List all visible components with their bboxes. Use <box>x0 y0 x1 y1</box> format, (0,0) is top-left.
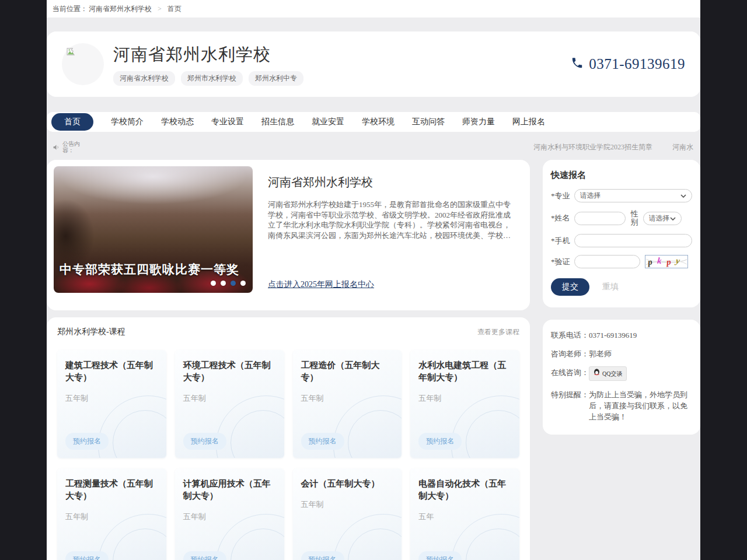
course-card[interactable]: 会计（五年制大专） 五年制 预约报名 <box>293 468 402 560</box>
alias-tag: 郑州水利中专 <box>249 71 303 86</box>
course-duration: 五年制 <box>301 393 394 404</box>
nav-item-faculty[interactable]: 师资力量 <box>454 114 503 130</box>
slide-caption: 中专部荣获五四歌咏比赛一等奖 <box>60 261 249 278</box>
chevron-down-icon <box>680 191 686 200</box>
name-label: *姓名 <box>551 213 570 223</box>
nav-item-campus[interactable]: 学校环境 <box>354 114 403 130</box>
enroll-button[interactable]: 预约报名 <box>301 551 344 560</box>
course-card[interactable]: 计算机应用技术（五年制大专） 五年制 预约报名 <box>175 468 284 560</box>
phone-number: 0371-69139619 <box>589 56 685 72</box>
intro-card: 中专部荣获五四歌咏比赛一等奖 河南省郑州水利学校 河南省郑州水利学校始建于195… <box>47 160 530 310</box>
nav-item-school-intro[interactable]: 学校简介 <box>103 114 152 130</box>
course-card[interactable]: 工程测量技术（五年制大专） 五年制 预约报名 <box>57 468 166 560</box>
breadcrumb-prefix: 当前位置： <box>53 4 88 14</box>
course-duration: 五年制 <box>183 512 276 522</box>
course-duration: 五年制 <box>418 393 511 404</box>
course-title: 计算机应用技术（五年制大专） <box>183 478 276 502</box>
site-header: 河南省郑州水利学校 河南省水利学校 郑州市水利学校 郑州水利中专 0371-69… <box>47 32 700 97</box>
nav-item-home[interactable]: 首页 <box>51 113 93 131</box>
carousel-slide: 中专部荣获五四歌咏比赛一等奖 <box>54 166 253 293</box>
mobile-label: *手机 <box>551 236 570 246</box>
enroll-button[interactable]: 预约报名 <box>65 433 109 450</box>
name-input[interactable] <box>574 212 626 225</box>
announcement-item[interactable]: 河南水利与环境职业学院2023招生简章 <box>533 142 652 152</box>
page-title: 河南省郑州水利学校 <box>113 43 303 66</box>
course-duration: 五年 <box>418 512 511 522</box>
course-duration: 五年制 <box>301 499 394 510</box>
header-phone: 0371-69139619 <box>571 56 685 72</box>
course-title: 会计（五年制大专） <box>301 478 394 490</box>
signup-center-link[interactable]: 点击进入2025年网上报名中心 <box>268 279 374 290</box>
qq-icon <box>594 368 600 379</box>
contact-teacher-value: 郭老师 <box>589 348 612 359</box>
course-title: 环境工程技术（五年制大专） <box>183 359 276 384</box>
nav-item-qa[interactable]: 互动问答 <box>404 114 453 130</box>
course-card[interactable]: 电器自动化技术（五年制大专） 五年 预约报名 <box>410 468 519 560</box>
course-duration: 五年制 <box>183 393 276 404</box>
contact-phone-label: 联系电话： <box>551 330 589 341</box>
breadcrumb-site-link[interactable]: 河南省郑州水利学校 <box>89 4 152 14</box>
more-courses-link[interactable]: 查看更多课程 <box>477 327 519 337</box>
intro-description: 河南省郑州水利学校始建于1955年，是教育部首批命名的国家级重点中专学校，河南省… <box>268 200 517 240</box>
reset-button[interactable]: 重填 <box>599 281 622 293</box>
page-container: 当前位置：河南省郑州水利学校 > 首页 河南省郑州水利学校 河南省水利学校 郑州… <box>47 0 700 560</box>
announcement-bar: 公告内容： 河南水利与环境职业学院2023招生简章 河南水 <box>47 139 700 155</box>
carousel-dot[interactable] <box>240 281 246 286</box>
course-card[interactable]: 水利水电建筑工程（五年制大专） 五年制 预约报名 <box>410 350 519 458</box>
announcement-label: 公告内容： <box>62 141 85 153</box>
course-title: 水利水电建筑工程（五年制大专） <box>418 359 511 384</box>
carousel-dot[interactable] <box>211 281 216 286</box>
enroll-button[interactable]: 预约报名 <box>183 433 226 450</box>
nav-item-online-signup[interactable]: 网上报名 <box>504 114 553 130</box>
alias-tag: 郑州市水利学校 <box>181 71 243 86</box>
announcement-item[interactable]: 河南水 <box>672 142 693 152</box>
course-title: 建筑工程技术（五年制大专） <box>65 359 158 384</box>
nav-item-admissions[interactable]: 招生信息 <box>253 114 302 130</box>
submit-button[interactable]: 提交 <box>551 278 589 296</box>
nav-item-employment[interactable]: 就业安置 <box>303 114 352 130</box>
nav-item-majors[interactable]: 专业设置 <box>203 114 252 130</box>
courses-section: 郑州水利学校-课程 查看更多课程 建筑工程技术（五年制大专） 五年制 预约报名 … <box>47 317 530 560</box>
breadcrumb: 当前位置：河南省郑州水利学校 > 首页 <box>47 0 700 18</box>
course-card[interactable]: 工程造价（五年制大专） 五年制 预约报名 <box>293 350 402 458</box>
gender-select[interactable]: 请选择 <box>643 212 682 225</box>
quick-signup-title: 快速报名 <box>551 170 692 181</box>
carousel-dots <box>211 281 246 286</box>
carousel-dot-active[interactable] <box>231 281 236 286</box>
chevron-down-icon <box>670 214 676 223</box>
main-nav: 首页 学校简介 学校动态 专业设置 招生信息 就业安置 学校环境 互动问答 师资… <box>47 112 700 132</box>
nav-item-school-news[interactable]: 学校动态 <box>153 114 202 130</box>
carousel-dot[interactable] <box>221 281 226 286</box>
gender-label: 性别 <box>631 210 640 226</box>
announcement-marquee: 河南水利与环境职业学院2023招生简章 河南水 <box>85 142 694 152</box>
enroll-button[interactable]: 预约报名 <box>301 433 344 450</box>
qq-chat-button[interactable]: QQ交谈 <box>589 366 627 381</box>
school-alias-tags: 河南省水利学校 郑州市水利学校 郑州水利中专 <box>113 71 303 86</box>
enroll-button[interactable]: 预约报名 <box>183 551 226 560</box>
intro-title: 河南省郑州水利学校 <box>268 174 517 190</box>
qq-badge-label: QQ交谈 <box>602 368 622 379</box>
enroll-button[interactable]: 预约报名 <box>418 551 462 560</box>
course-duration: 五年制 <box>65 512 158 522</box>
enroll-button[interactable]: 预约报名 <box>418 433 462 450</box>
alias-tag: 河南省水利学校 <box>113 71 175 86</box>
enroll-button[interactable]: 预约报名 <box>65 551 109 560</box>
captcha-input[interactable] <box>574 255 640 268</box>
speaker-icon <box>53 144 60 151</box>
course-card[interactable]: 建筑工程技术（五年制大专） 五年制 预约报名 <box>57 350 166 458</box>
course-grid: 建筑工程技术（五年制大专） 五年制 预约报名 环境工程技术（五年制大专） 五年制… <box>57 350 519 560</box>
course-duration: 五年制 <box>65 393 158 404</box>
course-title: 电器自动化技术（五年制大专） <box>418 478 511 502</box>
contact-card: 联系电话： 0371-69139619 咨询老师： 郭老师 在线咨询： <box>543 320 700 435</box>
captcha-image[interactable]: p k p y <box>645 255 688 268</box>
breadcrumb-current[interactable]: 首页 <box>167 4 181 14</box>
mobile-input[interactable] <box>574 234 693 247</box>
major-select[interactable]: 请选择 <box>574 189 693 202</box>
contact-online-label: 在线咨询： <box>551 367 589 382</box>
contact-teacher-label: 咨询老师： <box>551 348 589 359</box>
course-card[interactable]: 环境工程技术（五年制大专） 五年制 预约报名 <box>175 350 284 458</box>
contact-phone-value: 0371-69139619 <box>589 330 637 341</box>
course-title: 工程测量技术（五年制大专） <box>65 478 158 502</box>
captcha-label: *验证 <box>551 257 570 267</box>
breadcrumb-separator: > <box>158 5 162 13</box>
